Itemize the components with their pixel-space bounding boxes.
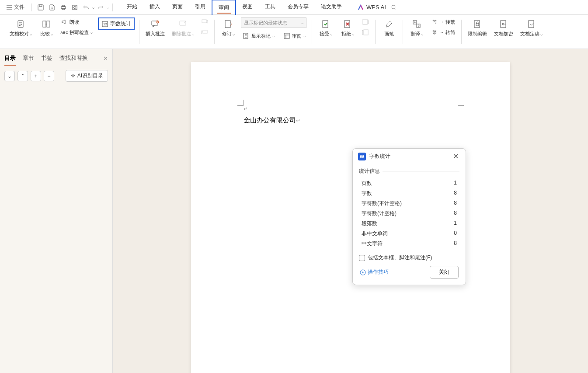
spellcheck-button[interactable]: ABC 拼写检查 ⌵ [59, 28, 94, 37]
add-button[interactable]: + [31, 71, 41, 81]
sidepanel-tab-chapter[interactable]: 章节 [23, 52, 34, 64]
insert-comment-icon [150, 19, 160, 29]
tab-page[interactable]: 页面 [166, 0, 189, 15]
ai-toc-button[interactable]: AI识别目录 [66, 70, 108, 82]
word-count-icon: 12 [101, 21, 108, 28]
word-count-button[interactable]: 12 字数统计 [98, 17, 135, 30]
prev-comment-icon [201, 18, 208, 25]
tab-tools[interactable]: 工具 [259, 0, 282, 15]
svg-rect-24 [364, 30, 368, 35]
hamburger-icon [6, 4, 12, 10]
save-icon[interactable] [36, 3, 45, 12]
translate-button[interactable]: A文 翻译⌵ [407, 17, 426, 39]
margin-corner [237, 100, 244, 106]
read-aloud-label: 朗读 [70, 19, 79, 25]
delete-comment-button[interactable]: 删除批注⌵ [170, 17, 196, 39]
remove-button[interactable]: − [44, 71, 54, 81]
proofread-icon [16, 19, 26, 29]
svg-rect-10 [47, 21, 50, 27]
abc-icon: ABC [61, 29, 68, 36]
tab-member[interactable]: 会员专享 [282, 0, 315, 15]
expand-down-button[interactable]: ⌄ [4, 71, 15, 81]
redo-dropdown[interactable]: ⌵ [107, 5, 109, 10]
document-text[interactable]: 金山办公有限公司 [244, 116, 296, 124]
tab-thesis[interactable]: 论文助手 [315, 0, 348, 15]
insert-comment-button[interactable]: 插入批注 [144, 17, 167, 39]
pen-label: 画笔 [384, 31, 394, 37]
export-icon[interactable] [48, 3, 56, 12]
stat-label: 字数 [362, 190, 372, 197]
stat-value: 1 [454, 220, 457, 227]
tab-start[interactable]: 开始 [121, 0, 143, 15]
undo-dropdown[interactable]: ⌵ [92, 5, 94, 10]
collapse-up-button[interactable]: ⌃ [17, 71, 28, 81]
pen-icon [384, 19, 394, 29]
word-count-label: 字数统计 [110, 20, 131, 28]
sidepanel-close-icon[interactable]: ✕ [103, 55, 108, 62]
file-menu[interactable]: 文件 [3, 2, 28, 13]
print-icon[interactable] [59, 3, 68, 12]
review-pane-label: 审阅 [292, 33, 302, 39]
svg-rect-3 [62, 5, 65, 7]
read-aloud-button[interactable]: 朗读 [59, 17, 94, 26]
track-changes-button[interactable]: 修订⌵ [219, 17, 237, 39]
include-textbox-label: 包括文本框、脚注和尾注(F) [368, 254, 432, 261]
speaker-icon [61, 18, 68, 25]
tab-insert[interactable]: 插入 [143, 0, 166, 15]
include-textbox-checkbox[interactable]: 包括文本框、脚注和尾注(F) [359, 254, 459, 261]
word-app-icon: W [358, 153, 366, 160]
stat-value: 1 [454, 180, 457, 187]
show-markup-button[interactable]: 显示标记⌵ [241, 31, 276, 40]
svg-rect-18 [225, 21, 230, 28]
svg-rect-30 [476, 24, 479, 26]
compare-button[interactable]: 比较⌵ [37, 17, 56, 39]
accept-icon [321, 19, 331, 29]
main-tabs: 开始 插入 页面 引用 审阅 视图 工具 会员专享 论文助手 [121, 0, 348, 15]
review-pane-button[interactable]: 审阅⌵ [282, 31, 307, 40]
stat-label: 中文字符 [362, 240, 383, 248]
svg-point-7 [392, 5, 395, 9]
sidepanel-tab-bookmark[interactable]: 书签 [41, 52, 52, 64]
svg-point-32 [502, 23, 504, 25]
spellcheck-label: 拼写检查 [70, 29, 89, 36]
prev-change-button[interactable] [360, 17, 371, 26]
reject-button[interactable]: 拒绝⌵ [338, 17, 357, 39]
accept-button[interactable]: 接受⌵ [317, 17, 335, 39]
pen-button[interactable]: 画笔 [380, 17, 398, 39]
to-traditional-button[interactable]: 简→ 转繁 [429, 17, 457, 26]
restrict-edit-button[interactable]: 限制编辑 [466, 17, 489, 39]
tab-reference[interactable]: 引用 [189, 0, 212, 15]
restrict-edit-label: 限制编辑 [468, 31, 487, 37]
undo-icon[interactable] [82, 3, 90, 12]
sidepanel-tab-toc[interactable]: 目录 [4, 52, 16, 64]
encrypt-button[interactable]: 文档加密 [492, 17, 515, 39]
tab-review[interactable]: 审阅 [212, 0, 236, 15]
redo-icon[interactable] [96, 3, 105, 12]
simp-icon: 繁 [431, 29, 438, 36]
track-changes-icon [223, 19, 233, 29]
stat-label: 非中文单词 [362, 230, 388, 237]
reject-icon [343, 19, 352, 29]
stat-label: 页数 [362, 180, 372, 187]
svg-rect-1 [39, 5, 42, 7]
proofread-button[interactable]: 文档校对⌵ [8, 17, 34, 39]
word-count-dialog: W 字数统计 ✕ 统计信息 页数1 字数8 字符数(不计空格)8 字符数(计空格… [352, 148, 466, 285]
prev-comment-button[interactable] [199, 17, 210, 26]
svg-rect-17 [203, 30, 207, 33]
search-icon[interactable] [390, 3, 398, 12]
next-comment-button[interactable] [199, 28, 210, 37]
sidepanel-tab-find[interactable]: 查找和替换 [59, 52, 88, 64]
svg-text:文: 文 [418, 24, 420, 27]
wps-ai[interactable]: WPS AI [358, 4, 386, 10]
print-preview-icon[interactable] [70, 3, 79, 12]
next-change-button[interactable] [360, 28, 371, 37]
dialog-close-button[interactable]: 关闭 [430, 266, 459, 279]
tab-view[interactable]: 视图 [236, 0, 259, 15]
include-textbox-input[interactable] [359, 255, 365, 261]
markup-state-select[interactable]: 显示标记的最终状态 ⌵ [241, 17, 306, 28]
tips-link[interactable]: 操作技巧 [360, 268, 389, 276]
dialog-close-icon[interactable]: ✕ [451, 152, 460, 160]
finalize-button[interactable]: 文档定稿⌵ [518, 17, 544, 39]
ai-toc-label: AI识别目录 [77, 72, 103, 80]
to-simplified-button[interactable]: 繁→ 转简 [429, 28, 457, 37]
